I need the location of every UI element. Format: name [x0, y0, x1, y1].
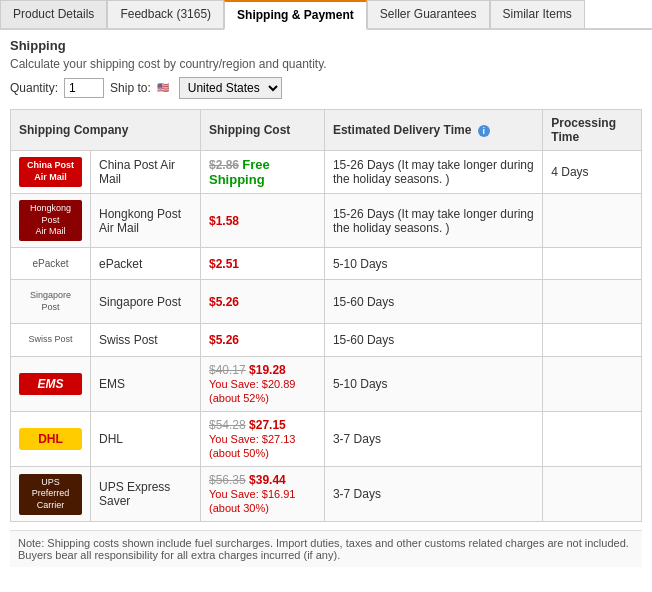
delivery-cell: 3-7 Days: [324, 467, 542, 522]
table-row: ePacketePacket$2.515-10 Days: [11, 248, 642, 280]
save-text: You Save: $16.91 (about 30%): [209, 488, 295, 514]
delivery-cell: 15-26 Days (It may take longer during th…: [324, 151, 542, 194]
price-cell: $54.28 $27.15You Save: $27.13 (about 50%…: [200, 412, 324, 467]
price-cell: $56.35 $39.44You Save: $16.91 (about 30%…: [200, 467, 324, 522]
delivery-cell: 15-26 Days (It may take longer during th…: [324, 194, 542, 248]
header-cost: Shipping Cost: [200, 110, 324, 151]
price: $5.26: [209, 333, 239, 347]
sale-price: $27.15: [249, 418, 286, 432]
tab-seller-guarantees[interactable]: Seller Guarantees: [367, 0, 490, 28]
delivery-cell: 5-10 Days: [324, 357, 542, 412]
processing-cell: [543, 248, 642, 280]
tab-similar-items[interactable]: Similar Items: [490, 0, 585, 28]
original-price: $56.35: [209, 473, 246, 487]
table-row: China PostAir MailChina Post Air Mail$2.…: [11, 151, 642, 194]
processing-cell: [543, 324, 642, 357]
price: $5.26: [209, 295, 239, 309]
delivery-cell: 3-7 Days: [324, 412, 542, 467]
ship-to-label: Ship to:: [110, 81, 151, 95]
processing-cell: [543, 357, 642, 412]
table-row: Swiss PostSwiss Post$5.2615-60 Days: [11, 324, 642, 357]
company-name-cell: DHL: [91, 412, 201, 467]
delivery-cell: 5-10 Days: [324, 248, 542, 280]
price-cell: $1.58: [200, 194, 324, 248]
processing-cell: [543, 467, 642, 522]
original-price: $40.17: [209, 363, 246, 377]
company-logo-cell: DHL: [11, 412, 91, 467]
shipping-content: Shipping Calculate your shipping cost by…: [0, 30, 652, 575]
tab-bar: Product Details Feedback (3165) Shipping…: [0, 0, 652, 30]
price: $2.51: [209, 257, 239, 271]
price-cell: $2.86 Free Shipping: [200, 151, 324, 194]
sale-price: $19.28: [249, 363, 286, 377]
shipping-note: Note: Shipping costs shown include fuel …: [10, 530, 642, 567]
processing-cell: [543, 280, 642, 324]
company-name-cell: China Post Air Mail: [91, 151, 201, 194]
company-name-cell: ePacket: [91, 248, 201, 280]
ship-to-selector: 🇺🇸 United States: [157, 77, 282, 99]
company-logo-cell: Swiss Post: [11, 324, 91, 357]
company-name-cell: EMS: [91, 357, 201, 412]
tab-feedback[interactable]: Feedback (3165): [107, 0, 224, 28]
company-logo-cell: UPSPreferredCarrier: [11, 467, 91, 522]
us-flag-icon: 🇺🇸: [157, 82, 175, 94]
company-name-cell: Swiss Post: [91, 324, 201, 357]
processing-cell: 4 Days: [543, 151, 642, 194]
shipping-title: Shipping: [10, 38, 642, 53]
original-price: $54.28: [209, 418, 246, 432]
table-row: EMSEMS$40.17 $19.28You Save: $20.89 (abo…: [11, 357, 642, 412]
price-cell: $5.26: [200, 280, 324, 324]
save-text: You Save: $27.13 (about 50%): [209, 433, 295, 459]
processing-cell: [543, 412, 642, 467]
company-logo-cell: Hongkong PostAir Mail: [11, 194, 91, 248]
table-header-row: Shipping Company Shipping Cost Estimated…: [11, 110, 642, 151]
company-logo-cell: SingaporePost: [11, 280, 91, 324]
calc-text: Calculate your shipping cost by country/…: [10, 57, 642, 71]
tab-product-details[interactable]: Product Details: [0, 0, 107, 28]
tab-shipping-payment[interactable]: Shipping & Payment: [224, 0, 367, 30]
header-processing: Processing Time: [543, 110, 642, 151]
company-name-cell: Singapore Post: [91, 280, 201, 324]
save-text: You Save: $20.89 (about 52%): [209, 378, 295, 404]
company-name-cell: UPS Express Saver: [91, 467, 201, 522]
company-logo-cell: China PostAir Mail: [11, 151, 91, 194]
table-row: UPSPreferredCarrierUPS Express Saver$56.…: [11, 467, 642, 522]
price: $1.58: [209, 214, 239, 228]
price-cell: $40.17 $19.28You Save: $20.89 (about 52%…: [200, 357, 324, 412]
processing-cell: [543, 194, 642, 248]
table-row: SingaporePostSingapore Post$5.2615-60 Da…: [11, 280, 642, 324]
header-delivery: Estimated Delivery Time i: [324, 110, 542, 151]
delivery-info-icon[interactable]: i: [478, 125, 490, 137]
shipping-table: Shipping Company Shipping Cost Estimated…: [10, 109, 642, 522]
original-price: $2.86: [209, 158, 239, 172]
country-select[interactable]: United States: [179, 77, 282, 99]
quantity-input[interactable]: [64, 78, 104, 98]
company-logo-cell: ePacket: [11, 248, 91, 280]
header-company: Shipping Company: [11, 110, 201, 151]
sale-price: $39.44: [249, 473, 286, 487]
price-cell: $5.26: [200, 324, 324, 357]
table-row: Hongkong PostAir MailHongkong Post Air M…: [11, 194, 642, 248]
company-name-cell: Hongkong Post Air Mail: [91, 194, 201, 248]
delivery-cell: 15-60 Days: [324, 324, 542, 357]
company-logo-cell: EMS: [11, 357, 91, 412]
quantity-label: Quantity:: [10, 81, 58, 95]
delivery-cell: 15-60 Days: [324, 280, 542, 324]
price-cell: $2.51: [200, 248, 324, 280]
quantity-row: Quantity: Ship to: 🇺🇸 United States: [10, 77, 642, 99]
table-row: DHLDHL$54.28 $27.15You Save: $27.13 (abo…: [11, 412, 642, 467]
